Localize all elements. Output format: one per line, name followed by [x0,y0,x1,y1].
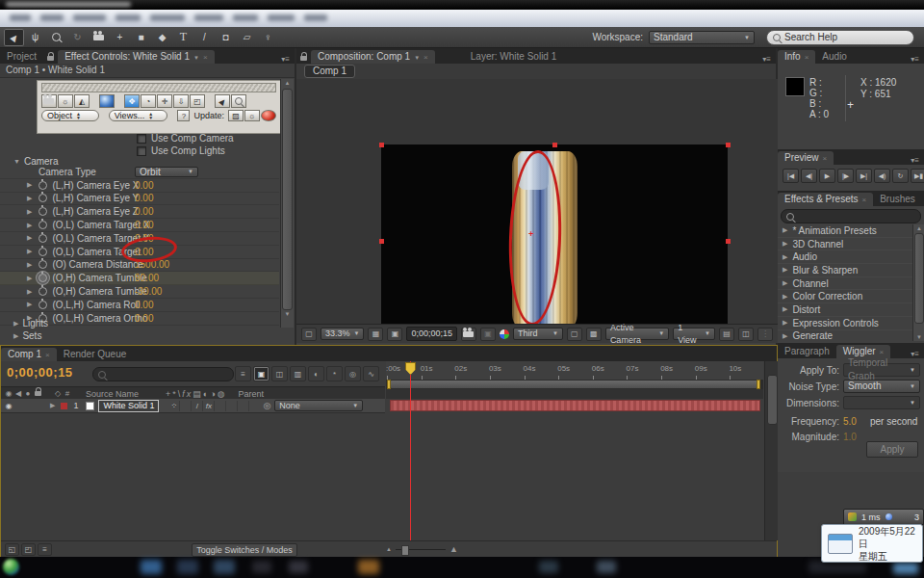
puppet-pin-tool-button[interactable]: ♀ [258,29,278,46]
selection-handle[interactable] [552,143,557,147]
dimensions-dropdown[interactable]: ▼ [843,396,920,409]
stopwatch-icon[interactable] [38,181,47,190]
region-of-interest-icon[interactable]: ▣ [387,328,402,341]
views-popup[interactable]: Views...▲▼ [109,110,168,121]
twirl-down-icon[interactable]: ▼ [13,158,20,165]
timeline-zoom-slider[interactable]: ▲ ▲ [386,544,458,554]
comp-flowchart-icon[interactable]: ≡ [235,366,251,381]
hand-tool-button[interactable]: ψ [25,29,45,46]
stopwatch-icon[interactable] [38,221,47,229]
camera-preset-2-button[interactable]: ☼ [58,94,73,108]
stopwatch-icon[interactable] [38,274,47,282]
lock-icon[interactable] [300,56,307,61]
stopwatch-icon[interactable] [38,207,47,216]
stopwatch-icon[interactable] [38,234,47,243]
search-help-box[interactable]: Search Help [766,30,914,45]
layer-duration-bar[interactable] [390,400,760,411]
twirl-right-icon[interactable]: ▶ [27,222,32,229]
layer-name[interactable]: White Solid 1 [98,400,159,412]
view-layout-dropdown[interactable]: 1 View▼ [673,328,715,340]
expand-transfer-icon[interactable]: ≡ [38,543,52,556]
parent-dropdown[interactable]: None▼ [274,400,363,411]
camera-preset-3-button[interactable]: ◭ [74,94,90,108]
tab-render-queue[interactable]: Render Queue [57,348,134,361]
selection-handle[interactable] [726,239,731,244]
use-comp-camera-checkbox[interactable] [137,134,146,144]
camera-type-dropdown[interactable]: Orbit▼ [135,167,198,177]
tab-brushes[interactable]: Brushes [873,193,922,206]
panel-menu-icon[interactable]: ▾≡ [276,55,295,64]
audio-button[interactable]: ◀) [874,169,890,183]
close-icon[interactable]: × [45,351,50,359]
twirl-right-icon[interactable]: ▶ [27,275,32,282]
twirl-right-icon[interactable]: ▶ [783,226,787,234]
plugin-scrubber[interactable] [41,83,276,92]
layer-twirl-icon[interactable]: ▶ [50,402,55,409]
camera-tool-button[interactable] [89,29,109,46]
zoom-out-mountain-icon[interactable]: ▲ [386,546,392,552]
roi-icon[interactable]: ▢ [567,328,582,341]
twirl-right-icon[interactable]: ▶ [27,195,32,202]
apply-to-dropdown[interactable]: Temporal Graph▼ [843,363,920,377]
lights-group-row[interactable]: ▶ Lights [13,318,48,328]
first-frame-button[interactable]: |◀ [783,169,799,183]
effects-category-row[interactable]: ▶ Expression Controls [778,317,912,330]
start-button[interactable] [3,559,19,575]
draft-3d-icon[interactable]: ▣ [253,366,270,381]
always-preview-icon[interactable]: ▢ [301,328,317,341]
auto-keyframe-icon[interactable]: ◎ [345,366,361,381]
layer-label-chip[interactable] [61,403,67,409]
pixel-aspect-icon[interactable]: ▤ [719,328,734,341]
effects-category-row[interactable]: ▶ * Animation Presets [778,224,912,238]
magnification-dropdown[interactable]: 33.3%▼ [321,328,364,340]
brush-tool-button[interactable]: / [194,29,215,46]
twirl-right-icon[interactable]: ▶ [27,261,32,269]
twirl-right-icon[interactable]: ▶ [27,181,32,189]
move-mode-button[interactable]: ✥ [124,94,140,108]
tab-audio[interactable]: Audio [815,50,854,64]
resolution-dropdown[interactable]: Third▼ [513,328,563,340]
effects-switch[interactable]: fx [203,401,215,411]
magnitude-value[interactable]: 1.0 [843,432,857,442]
pen-tool-button[interactable]: ◆ [152,29,172,46]
windows-taskbar[interactable] [0,557,924,578]
quality-switch[interactable]: / [192,401,203,411]
close-icon[interactable]: × [823,154,828,163]
twirl-right-icon[interactable]: ▶ [27,301,32,308]
tab-preview[interactable]: Preview× [778,151,834,165]
tab-effect-controls[interactable]: Effect Controls: White Solid 1▼× [58,50,215,64]
use-comp-lights-checkbox[interactable] [137,146,146,156]
panel-menu-icon[interactable]: ▾≡ [906,156,924,165]
comp-crumb-button[interactable]: Comp 1 [304,65,355,78]
effects-scrollbar[interactable]: ▲ ▼ [912,224,924,341]
scroll-down-icon[interactable]: ▼ [281,311,294,317]
twirl-right-icon[interactable]: ▶ [783,279,787,287]
clone-stamp-tool-button[interactable]: ◘ [216,29,236,46]
selection-handle[interactable] [379,143,384,147]
selection-handle[interactable] [379,239,384,244]
rectangle-mask-tool-button[interactable]: ■ [131,29,151,46]
object-popup[interactable]: Object▲▼ [41,110,99,121]
twirl-right-icon[interactable]: ▶ [783,253,787,261]
tab-effects-presets[interactable]: Effects & Presets× [778,193,873,206]
frequency-value[interactable]: 5.0 [843,416,857,427]
layer-row[interactable]: ◉ ▶ 1 White Solid 1 ⁘ / fx ◎ None▼ [1,399,385,413]
twirl-right-icon[interactable]: ▶ [27,288,32,296]
sets-group-row[interactable]: ▶ Sets [13,330,41,341]
composition-frame[interactable]: + [381,144,728,324]
source-name-column[interactable]: Source Name [86,389,139,399]
effects-category-row[interactable]: ▶ 3D Channel [778,238,912,251]
timeline-search-box[interactable] [92,367,234,381]
close-icon[interactable]: × [862,196,867,204]
close-icon[interactable]: × [880,348,885,356]
effects-search-box[interactable] [781,209,921,223]
hide-shy-icon[interactable]: ◫ [271,366,288,381]
layer-visibility-icon[interactable]: ◉ [4,402,13,410]
rotate-tool-button[interactable]: ↻ [67,29,88,46]
noise-type-dropdown[interactable]: Smooth▼ [843,380,920,393]
apply-button[interactable]: Apply [866,441,918,458]
show-snapshot-icon[interactable]: ▣ [480,328,496,341]
stopwatch-icon[interactable] [38,287,47,296]
menu-bar[interactable] [0,10,924,27]
tab-project[interactable]: Project [0,50,43,64]
